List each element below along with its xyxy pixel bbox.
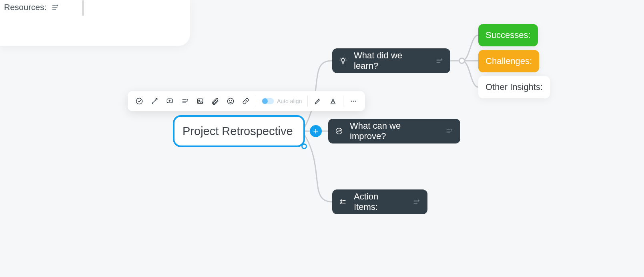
central-node[interactable]: Project Retrospective — [173, 115, 305, 147]
node-toolbar: Auto align — [128, 91, 365, 111]
add-child-node-button[interactable] — [310, 125, 322, 137]
svg-point-6 — [228, 98, 234, 104]
svg-point-7 — [229, 100, 230, 101]
leaf-node-successes[interactable]: Successes: — [478, 24, 538, 46]
leaf-node-other-insights[interactable]: Other Insights: — [478, 76, 550, 98]
notes-icon — [435, 57, 443, 65]
svg-point-5 — [199, 100, 200, 101]
svg-point-11 — [355, 101, 356, 102]
branch-label: What did we learn? — [354, 50, 427, 71]
resources-label-text: Resources: — [4, 2, 46, 12]
svg-point-12 — [341, 58, 345, 62]
auto-align-label: Auto align — [277, 98, 302, 104]
svg-rect-4 — [197, 99, 203, 104]
scratchpad-panel: Resources: — [0, 0, 190, 46]
central-node-title: Project Retrospective — [183, 125, 293, 138]
add-comment-button[interactable] — [162, 94, 177, 109]
toggle-switch[interactable] — [262, 98, 274, 104]
attach-file-button[interactable] — [208, 94, 223, 109]
mindmap-canvas[interactable]: Resources: — [0, 0, 644, 277]
resize-handle[interactable] — [301, 143, 307, 149]
svg-point-9 — [351, 101, 352, 102]
leaf-label: Other Insights: — [486, 82, 543, 92]
svg-point-8 — [231, 100, 232, 101]
resources-node[interactable]: Resources: — [4, 2, 59, 12]
toolbar-separator — [307, 96, 308, 107]
notes-icon — [50, 3, 59, 12]
trend-up-icon — [334, 126, 344, 136]
svg-point-15 — [341, 202, 342, 204]
divider-vertical — [82, 0, 84, 16]
branch-label: Action Items: — [354, 191, 404, 212]
branch-node-improve[interactable]: What can we improve? — [328, 119, 460, 143]
add-emoji-button[interactable] — [223, 94, 238, 109]
text-color-button[interactable] — [325, 94, 341, 109]
svg-point-0 — [136, 98, 142, 104]
expand-collapse-handle[interactable] — [459, 58, 465, 64]
auto-align-toggle[interactable]: Auto align — [259, 98, 305, 104]
toolbar-separator — [343, 96, 343, 107]
leaf-node-challenges[interactable]: Challenges: — [478, 50, 539, 72]
connect-nodes-button[interactable] — [147, 94, 162, 109]
add-notes-button[interactable] — [177, 94, 193, 109]
branch-node-learn[interactable]: What did we learn? — [332, 48, 450, 73]
notes-icon — [445, 127, 453, 135]
more-options-button[interactable] — [346, 94, 361, 109]
svg-point-10 — [353, 101, 354, 102]
add-image-button[interactable] — [193, 94, 208, 109]
add-link-button[interactable] — [238, 94, 253, 109]
notes-icon — [412, 198, 420, 206]
leaf-label: Challenges: — [486, 56, 532, 66]
checklist-icon — [338, 197, 348, 207]
leaf-label: Successes: — [486, 30, 531, 40]
branch-node-action-items[interactable]: Action Items: — [332, 189, 427, 214]
task-toggle-button[interactable] — [132, 94, 147, 109]
lightbulb-icon — [338, 56, 348, 66]
toolbar-separator — [256, 96, 256, 107]
highlight-color-button[interactable] — [310, 94, 325, 109]
branch-label: What can we improve? — [350, 121, 437, 141]
